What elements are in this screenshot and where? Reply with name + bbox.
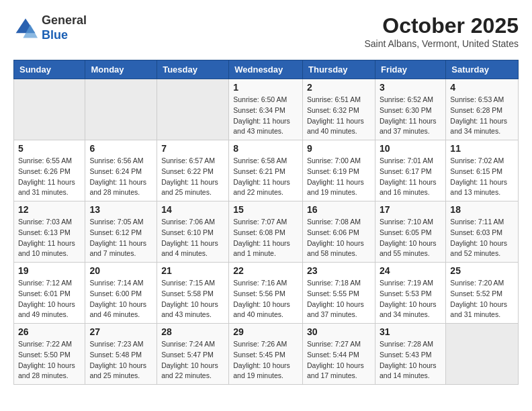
calendar-cell: 27Sunrise: 7:23 AMSunset: 5:48 PMDayligh… [85,324,157,385]
day-info: Sunrise: 6:53 AMSunset: 6:28 PMDaylight:… [450,95,514,137]
calendar-week-row: 1Sunrise: 6:50 AMSunset: 6:34 PMDaylight… [14,79,519,140]
day-number: 21 [161,265,224,276]
day-number: 25 [450,265,514,276]
day-number: 6 [89,143,152,154]
calendar-week-row: 5Sunrise: 6:55 AMSunset: 6:26 PMDaylight… [14,140,519,201]
calendar-cell: 30Sunrise: 7:27 AMSunset: 5:44 PMDayligh… [303,324,375,385]
day-info: Sunrise: 7:05 AMSunset: 6:12 PMDaylight:… [89,217,152,259]
calendar-cell: 6Sunrise: 6:56 AMSunset: 6:24 PMDaylight… [85,140,157,201]
day-number: 22 [233,265,298,276]
day-number: 2 [307,82,371,93]
day-info: Sunrise: 7:22 AMSunset: 5:50 PMDaylight:… [18,339,81,381]
day-number: 23 [307,265,371,276]
calendar-cell: 19Sunrise: 7:12 AMSunset: 6:01 PMDayligh… [14,263,85,324]
day-number: 27 [89,326,152,337]
calendar-cell: 29Sunrise: 7:26 AMSunset: 5:45 PMDayligh… [229,324,303,385]
calendar-header-monday: Monday [85,60,157,79]
day-number: 17 [380,204,441,215]
day-number: 12 [18,204,81,215]
calendar-cell: 2Sunrise: 6:51 AMSunset: 6:32 PMDaylight… [303,79,375,140]
day-info: Sunrise: 7:24 AMSunset: 5:47 PMDaylight:… [161,339,224,381]
day-number: 7 [161,143,224,154]
day-info: Sunrise: 7:07 AMSunset: 6:08 PMDaylight:… [233,217,298,259]
calendar-cell: 9Sunrise: 7:00 AMSunset: 6:19 PMDaylight… [303,140,375,201]
day-info: Sunrise: 7:19 AMSunset: 5:53 PMDaylight:… [380,278,441,320]
day-info: Sunrise: 6:58 AMSunset: 6:21 PMDaylight:… [233,156,298,198]
title-block: October 2025 Saint Albans, Vermont, Unit… [364,13,519,49]
calendar-cell: 10Sunrise: 7:01 AMSunset: 6:17 PMDayligh… [375,140,445,201]
day-info: Sunrise: 7:06 AMSunset: 6:10 PMDaylight:… [161,217,224,259]
calendar-cell [85,79,157,140]
day-info: Sunrise: 7:27 AMSunset: 5:44 PMDaylight:… [307,339,371,381]
calendar-cell: 28Sunrise: 7:24 AMSunset: 5:47 PMDayligh… [157,324,229,385]
day-info: Sunrise: 7:00 AMSunset: 6:19 PMDaylight:… [307,156,371,198]
day-number: 5 [18,143,81,154]
calendar-cell: 26Sunrise: 7:22 AMSunset: 5:50 PMDayligh… [14,324,85,385]
day-info: Sunrise: 6:55 AMSunset: 6:26 PMDaylight:… [18,156,81,198]
day-number: 11 [450,143,514,154]
day-number: 20 [89,265,152,276]
calendar-cell [446,324,519,385]
calendar-cell: 15Sunrise: 7:07 AMSunset: 6:08 PMDayligh… [229,201,303,263]
day-info: Sunrise: 7:03 AMSunset: 6:13 PMDaylight:… [18,217,81,259]
calendar-header-row: SundayMondayTuesdayWednesdayThursdayFrid… [14,60,519,79]
day-number: 16 [307,204,371,215]
calendar-cell [157,79,229,140]
calendar-cell: 18Sunrise: 7:11 AMSunset: 6:03 PMDayligh… [446,201,519,263]
calendar-week-row: 26Sunrise: 7:22 AMSunset: 5:50 PMDayligh… [14,324,519,385]
day-info: Sunrise: 7:11 AMSunset: 6:03 PMDaylight:… [450,217,514,259]
day-info: Sunrise: 6:50 AMSunset: 6:34 PMDaylight:… [233,95,298,137]
day-info: Sunrise: 7:10 AMSunset: 6:05 PMDaylight:… [380,217,441,259]
day-number: 18 [450,204,514,215]
calendar-cell: 14Sunrise: 7:06 AMSunset: 6:10 PMDayligh… [157,201,229,263]
day-number: 4 [450,82,514,93]
logo-text: General Blue [42,13,87,42]
calendar-week-row: 12Sunrise: 7:03 AMSunset: 6:13 PMDayligh… [14,201,519,263]
calendar-week-row: 19Sunrise: 7:12 AMSunset: 6:01 PMDayligh… [14,263,519,324]
calendar-cell [14,79,85,140]
calendar-cell: 12Sunrise: 7:03 AMSunset: 6:13 PMDayligh… [14,201,85,263]
day-info: Sunrise: 7:08 AMSunset: 6:06 PMDaylight:… [307,217,371,259]
calendar-cell: 1Sunrise: 6:50 AMSunset: 6:34 PMDaylight… [229,79,303,140]
day-info: Sunrise: 7:16 AMSunset: 5:56 PMDaylight:… [233,278,298,320]
day-number: 29 [233,326,298,337]
day-info: Sunrise: 7:23 AMSunset: 5:48 PMDaylight:… [89,339,152,381]
calendar-cell: 21Sunrise: 7:15 AMSunset: 5:58 PMDayligh… [157,263,229,324]
day-info: Sunrise: 7:28 AMSunset: 5:43 PMDaylight:… [380,339,441,381]
day-info: Sunrise: 7:26 AMSunset: 5:45 PMDaylight:… [233,339,298,381]
logo: General Blue [13,13,87,42]
day-number: 10 [380,143,441,154]
day-info: Sunrise: 7:14 AMSunset: 6:00 PMDaylight:… [89,278,152,320]
calendar-cell: 8Sunrise: 6:58 AMSunset: 6:21 PMDaylight… [229,140,303,201]
day-number: 30 [307,326,371,337]
calendar-cell: 25Sunrise: 7:20 AMSunset: 5:52 PMDayligh… [446,263,519,324]
calendar-header-friday: Friday [375,60,445,79]
header: General Blue October 2025 Saint Albans, … [13,13,519,49]
calendar-header-tuesday: Tuesday [157,60,229,79]
day-number: 9 [307,143,371,154]
day-info: Sunrise: 7:01 AMSunset: 6:17 PMDaylight:… [380,156,441,198]
day-number: 28 [161,326,224,337]
day-number: 31 [380,326,441,337]
day-info: Sunrise: 6:57 AMSunset: 6:22 PMDaylight:… [161,156,224,198]
day-info: Sunrise: 6:51 AMSunset: 6:32 PMDaylight:… [307,95,371,137]
page-title: October 2025 [364,13,519,38]
calendar-header-thursday: Thursday [303,60,375,79]
calendar-cell: 23Sunrise: 7:18 AMSunset: 5:55 PMDayligh… [303,263,375,324]
calendar-cell: 17Sunrise: 7:10 AMSunset: 6:05 PMDayligh… [375,201,445,263]
logo-icon [13,16,38,40]
calendar-cell: 16Sunrise: 7:08 AMSunset: 6:06 PMDayligh… [303,201,375,263]
day-number: 24 [380,265,441,276]
logo-general: General [42,13,87,27]
day-info: Sunrise: 7:15 AMSunset: 5:58 PMDaylight:… [161,278,224,320]
day-number: 13 [89,204,152,215]
calendar-table: SundayMondayTuesdayWednesdayThursdayFrid… [13,60,519,385]
day-number: 3 [380,82,441,93]
day-info: Sunrise: 7:20 AMSunset: 5:52 PMDaylight:… [450,278,514,320]
calendar-cell: 7Sunrise: 6:57 AMSunset: 6:22 PMDaylight… [157,140,229,201]
day-info: Sunrise: 6:56 AMSunset: 6:24 PMDaylight:… [89,156,152,198]
calendar-cell: 31Sunrise: 7:28 AMSunset: 5:43 PMDayligh… [375,324,445,385]
calendar-cell: 22Sunrise: 7:16 AMSunset: 5:56 PMDayligh… [229,263,303,324]
day-info: Sunrise: 7:12 AMSunset: 6:01 PMDaylight:… [18,278,81,320]
day-info: Sunrise: 7:18 AMSunset: 5:55 PMDaylight:… [307,278,371,320]
